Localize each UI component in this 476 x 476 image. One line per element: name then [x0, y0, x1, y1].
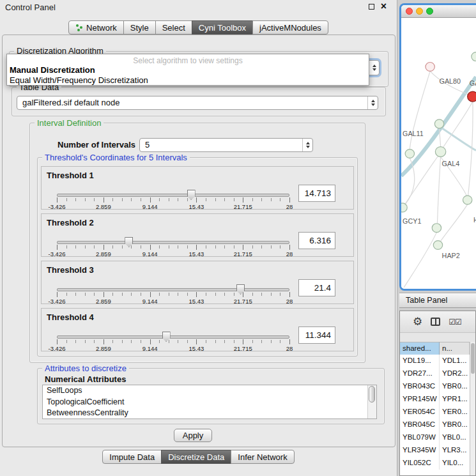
gear-icon[interactable]: ⚙: [413, 316, 422, 327]
tab-cyni-toolbox[interactable]: Cyni Toolbox: [192, 20, 253, 35]
network-window-titlebar[interactable]: [401, 5, 476, 18]
close-traffic-light-icon[interactable]: [406, 8, 413, 15]
tab-label: Style: [130, 23, 149, 33]
table-cell: YDR27...: [400, 367, 440, 380]
network-edge: [440, 127, 476, 151]
number-of-intervals-select[interactable]: 5: [139, 138, 313, 152]
table-cell: YIL0...: [440, 457, 470, 470]
combo-stepper-icon: [367, 96, 378, 109]
major-tick: [104, 245, 104, 250]
table-panel-header[interactable]: Table Panel: [399, 293, 476, 308]
attribute-item[interactable]: SelfLoops: [43, 385, 376, 397]
column-header-name[interactable]: n...: [440, 342, 470, 355]
network-node[interactable]: [426, 63, 434, 72]
network-edge: [443, 102, 473, 147]
apply-button[interactable]: Apply: [174, 429, 212, 442]
table-row[interactable]: YIL052CYIL0...: [400, 457, 470, 470]
attribute-item[interactable]: BetweennessCentrality: [43, 408, 376, 419]
control-panel-titlebar[interactable]: Control Panel ×: [0, 0, 397, 15]
table-row[interactable]: YBL079WYBL0...: [400, 431, 470, 444]
table-row[interactable]: YPR145WYPR1...: [400, 393, 470, 406]
scale-label: 2.859: [96, 298, 111, 305]
network-edge: [441, 204, 468, 242]
scrollbar-thumb[interactable]: [471, 343, 475, 374]
popup-item-manual-discretization[interactable]: Manual Discretization: [7, 65, 369, 75]
tab-infer-network[interactable]: Infer Network: [231, 450, 294, 464]
thresholds-container: Threshold 1-3.4262.8599.14415.4321.71528…: [41, 166, 354, 353]
network-node[interactable]: [432, 224, 441, 233]
table-row[interactable]: YBR045CYBR0...: [400, 418, 470, 431]
table-row[interactable]: YLR345WYLR3...: [400, 444, 470, 457]
tab-impute-data[interactable]: Impute Data: [102, 450, 162, 464]
network-node[interactable]: [405, 150, 414, 158]
network-canvas[interactable]: GAL80GAGAL11GAL4GCY1HAP2H: [401, 19, 476, 289]
scrollbar-thumb[interactable]: [369, 386, 375, 403]
tab-discretize-data[interactable]: Discretize Data: [161, 450, 231, 464]
table-row[interactable]: YDR27...YDR2...: [400, 367, 470, 380]
number-of-intervals-label: Number of Intervals: [55, 140, 138, 150]
major-tick: [57, 197, 58, 203]
zoom-traffic-light-icon[interactable]: [426, 8, 433, 15]
slider-ticks: [57, 245, 289, 249]
table-cell: YDL19...: [400, 355, 440, 367]
table-row[interactable]: YBR043CYBR0...: [400, 380, 470, 393]
network-node-selected[interactable]: [468, 91, 476, 102]
table-cell: YLR345W: [400, 444, 440, 457]
attribute-item[interactable]: TopologicalCoefficient: [43, 397, 376, 408]
minimize-traffic-light-icon[interactable]: [416, 8, 423, 15]
tab-label: Network: [86, 23, 117, 33]
network-node[interactable]: [463, 196, 472, 204]
control-panel-title: Control Panel: [5, 3, 56, 12]
table-data-select[interactable]: galFiltered.sif default node: [17, 96, 378, 110]
columns-icon[interactable]: [431, 318, 440, 326]
major-tick: [104, 197, 104, 203]
major-tick: [289, 339, 290, 344]
table-row[interactable]: YDL19...YDL1...: [400, 355, 470, 367]
network-edge: [468, 102, 473, 196]
threshold-slider[interactable]: -3.4262.8599.14415.4321.71528: [57, 332, 289, 352]
table-header-row: shared... n...: [400, 342, 470, 355]
float-window-icon[interactable]: [369, 4, 374, 10]
table-scrollbar[interactable]: [470, 342, 475, 475]
table-cell: YPR145W: [400, 393, 440, 406]
algorithm-popup: Select algorithm to view settings Manual…: [6, 54, 369, 86]
popup-item-equal-width-frequency[interactable]: Equal Width/Frequency Discretization: [7, 75, 369, 86]
network-node[interactable]: [435, 147, 445, 157]
checkbox-icon[interactable]: ☑☑: [449, 318, 461, 326]
tab-select[interactable]: Select: [155, 20, 192, 35]
table-row[interactable]: YER054CYER0...: [400, 406, 470, 418]
slider-track[interactable]: [57, 241, 289, 244]
network-node[interactable]: [401, 203, 407, 212]
network-node[interactable]: [472, 52, 476, 61]
column-header-shared-name[interactable]: shared...: [400, 342, 440, 355]
network-node[interactable]: [433, 241, 442, 250]
threshold-value[interactable]: 14.713: [298, 185, 335, 202]
slider-track[interactable]: [57, 335, 289, 339]
network-node[interactable]: [434, 119, 443, 128]
table-cell: YER0...: [440, 406, 470, 418]
slider-track[interactable]: [57, 288, 289, 291]
close-panel-icon[interactable]: ×: [381, 3, 387, 10]
control-panel: Control Panel × NetworkStyleSelectCyni T…: [0, 0, 397, 476]
scale-label: 21.715: [234, 250, 252, 257]
tab-jactivemnodules[interactable]: jActiveMNodules: [252, 20, 328, 35]
table-rows: YDL19...YDL1...YDR27...YDR2...YBR043CYBR…: [400, 355, 470, 475]
attributes-scrollbar[interactable]: [367, 385, 376, 418]
slider-track[interactable]: [57, 194, 289, 197]
tab-network[interactable]: Network: [68, 20, 124, 35]
threshold-slider[interactable]: -3.4262.8599.14415.4321.71528: [57, 237, 289, 257]
tab-style[interactable]: Style: [123, 20, 156, 35]
threshold-slider[interactable]: -3.4262.8599.14415.4321.71528: [57, 190, 289, 210]
tab-label: Impute Data: [109, 452, 155, 462]
network-edge: [403, 156, 438, 207]
scale-label: 2.859: [96, 250, 111, 257]
threshold-slider[interactable]: -3.4262.8599.14415.4321.71528: [57, 284, 289, 305]
major-tick: [243, 339, 243, 344]
threshold-value[interactable]: 21.4: [298, 279, 335, 296]
threshold-value[interactable]: 11.344: [298, 326, 335, 344]
tab-label: Select: [162, 23, 185, 33]
major-tick: [150, 339, 151, 344]
numerical-attributes-list[interactable]: SelfLoopsTopologicalCoefficientBetweenne…: [42, 385, 377, 419]
scale-label: 21.715: [234, 345, 252, 352]
threshold-value[interactable]: 6.316: [298, 232, 335, 249]
